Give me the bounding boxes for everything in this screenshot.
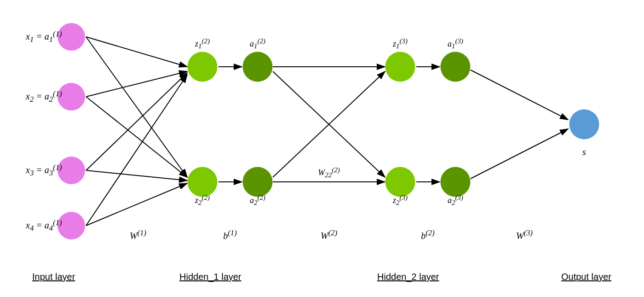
hidden2-z2-label: z2(3) xyxy=(393,194,408,207)
weight-w1-label: W(1) xyxy=(130,228,146,241)
svg-line-6 xyxy=(86,170,187,181)
svg-line-4 xyxy=(86,97,187,177)
hidden2-a2-node xyxy=(441,167,471,197)
output-node xyxy=(569,110,599,140)
input-label-2: x2 = a2(1) xyxy=(26,89,62,105)
weight-w2-label: W(2) xyxy=(321,228,337,241)
hidden1-z2-node xyxy=(188,167,218,197)
svg-line-5 xyxy=(86,73,187,170)
input-layer-label: Input layer xyxy=(32,272,75,282)
hidden1-layer-label: Hidden_1 layer xyxy=(179,272,242,282)
svg-line-2 xyxy=(86,37,187,177)
hidden2-z1-label: z1(3) xyxy=(393,37,408,51)
hidden1-z2-label: z2(2) xyxy=(195,194,210,207)
svg-line-3 xyxy=(86,71,187,97)
bias-b2-label: b(2) xyxy=(421,228,434,241)
hidden1-a2-node xyxy=(243,167,273,197)
input-label-1: x1 = a1(1) xyxy=(26,29,62,45)
hidden2-layer-label: Hidden_2 layer xyxy=(377,272,439,282)
hidden1-a2-label: a2(2) xyxy=(250,194,265,207)
svg-line-18 xyxy=(471,129,568,179)
svg-line-17 xyxy=(471,70,568,120)
hidden2-a2-label: a2(3) xyxy=(448,194,463,207)
hidden1-a1-label: a1(2) xyxy=(250,37,265,51)
svg-line-7 xyxy=(86,75,187,226)
svg-line-13 xyxy=(273,71,385,177)
input-label-3: x3 = a3(1) xyxy=(26,163,62,178)
hidden2-a1-node xyxy=(441,52,471,82)
output-layer-label: Output layer xyxy=(561,272,611,282)
bias-b1-label: b(1) xyxy=(223,228,236,241)
hidden1-z1-node xyxy=(188,52,218,82)
svg-line-1 xyxy=(86,37,187,67)
w22-label: W22(2) xyxy=(318,166,340,180)
output-node-label: s xyxy=(582,147,586,157)
hidden2-z2-node xyxy=(385,167,415,197)
hidden2-a1-label: a1(3) xyxy=(448,37,463,51)
hidden2-z1-node xyxy=(385,52,415,82)
hidden1-a1-node xyxy=(243,52,273,82)
input-label-4: x4 = a4(1) xyxy=(26,218,62,233)
svg-line-12 xyxy=(273,71,385,177)
hidden1-z1-label: z1(2) xyxy=(195,37,210,51)
svg-line-8 xyxy=(86,183,187,226)
weight-w3-label: W(3) xyxy=(516,228,533,241)
